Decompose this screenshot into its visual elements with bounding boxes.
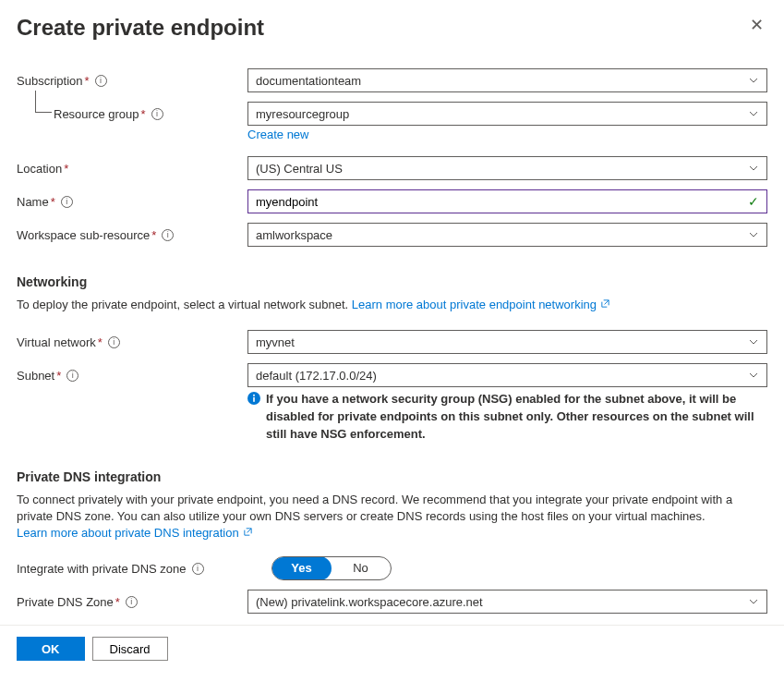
- nsg-info-text: If you have a network security group (NS…: [266, 391, 764, 444]
- info-icon[interactable]: i: [126, 596, 138, 608]
- toggle-yes[interactable]: Yes: [271, 556, 332, 580]
- external-link-icon: [600, 297, 610, 313]
- toggle-no[interactable]: No: [331, 557, 391, 579]
- subresource-value: amlworkspace: [256, 228, 332, 242]
- chevron-down-icon: [748, 163, 759, 174]
- integrate-toggle[interactable]: Yes No: [271, 556, 392, 580]
- chevron-down-icon: [748, 596, 759, 607]
- networking-desc: To deploy the private endpoint, select a…: [17, 298, 352, 311]
- required-icon: *: [51, 195, 55, 209]
- subnet-select[interactable]: default (172.17.0.0/24): [247, 363, 767, 387]
- subnet-label: Subnet: [17, 369, 54, 383]
- info-icon[interactable]: i: [61, 196, 73, 208]
- info-icon[interactable]: i: [108, 336, 120, 348]
- networking-learn-more-link[interactable]: Learn more about private endpoint networ…: [352, 298, 610, 311]
- page-title: Create private endpoint: [17, 15, 264, 41]
- tree-line-icon: [35, 91, 52, 113]
- info-filled-icon: [247, 392, 260, 444]
- subscription-select[interactable]: documentationteam: [247, 68, 767, 92]
- create-new-link[interactable]: Create new: [247, 128, 308, 141]
- info-icon[interactable]: i: [151, 108, 163, 120]
- chevron-down-icon: [748, 229, 759, 240]
- required-icon: *: [98, 335, 103, 349]
- info-icon[interactable]: i: [192, 563, 204, 575]
- chevron-down-icon: [748, 108, 759, 119]
- resource-group-label: Resource group: [54, 107, 139, 121]
- required-icon: *: [141, 107, 146, 121]
- dns-learn-more-link[interactable]: Learn more about private DNS integration: [17, 526, 253, 540]
- info-icon[interactable]: i: [162, 229, 174, 241]
- checkmark-icon: ✓: [748, 194, 759, 209]
- chevron-down-icon: [748, 336, 759, 347]
- dns-desc: To connect privately with your private e…: [17, 493, 732, 523]
- svg-point-2: [253, 395, 255, 396]
- close-icon[interactable]: ✕: [746, 15, 767, 35]
- svg-rect-1: [253, 397, 255, 402]
- vnet-select[interactable]: myvnet: [247, 330, 767, 354]
- vnet-value: myvnet: [256, 335, 295, 349]
- subscription-label: Subscription: [17, 74, 83, 88]
- discard-button[interactable]: Discard: [92, 637, 168, 661]
- info-icon[interactable]: i: [95, 75, 107, 87]
- external-link-icon: [243, 525, 253, 542]
- required-icon: *: [85, 74, 90, 88]
- info-icon[interactable]: i: [66, 370, 78, 382]
- networking-title: Networking: [17, 274, 767, 289]
- subscription-value: documentationteam: [256, 74, 361, 88]
- dns-zone-select[interactable]: (New) privatelink.workspacecore.azure.ne…: [247, 590, 767, 614]
- chevron-down-icon: [748, 370, 759, 381]
- integrate-label: Integrate with private DNS zone: [17, 562, 187, 576]
- ok-button[interactable]: OK: [17, 637, 85, 661]
- subresource-select[interactable]: amlworkspace: [247, 223, 767, 247]
- chevron-down-icon: [748, 75, 759, 86]
- name-label: Name: [17, 195, 49, 209]
- required-icon: *: [115, 595, 120, 609]
- required-icon: *: [56, 369, 61, 383]
- name-input[interactable]: [256, 195, 759, 209]
- location-label: Location: [17, 162, 62, 176]
- required-icon: *: [64, 162, 68, 176]
- dns-title: Private DNS integration: [17, 469, 767, 484]
- resource-group-select[interactable]: myresourcegroup: [247, 102, 767, 126]
- location-value: (US) Central US: [256, 162, 343, 176]
- name-input-wrapper[interactable]: ✓: [247, 189, 767, 213]
- vnet-label: Virtual network: [17, 335, 96, 349]
- resource-group-value: myresourcegroup: [256, 107, 349, 121]
- required-icon: *: [151, 228, 156, 242]
- subnet-value: default (172.17.0.0/24): [256, 369, 377, 383]
- subresource-label: Workspace sub-resource: [17, 228, 150, 242]
- location-select[interactable]: (US) Central US: [247, 156, 767, 180]
- dns-zone-value: (New) privatelink.workspacecore.azure.ne…: [256, 595, 483, 609]
- dns-zone-label: Private DNS Zone: [17, 595, 114, 609]
